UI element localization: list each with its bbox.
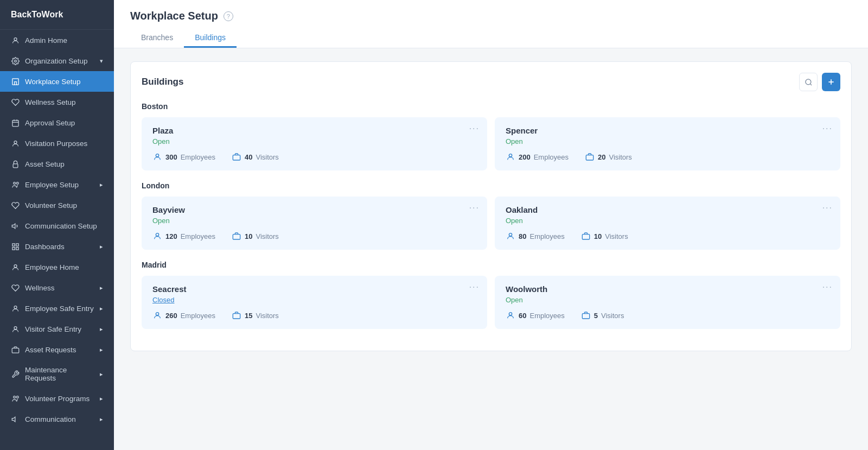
building-menu-dots[interactable]: ··· <box>822 124 833 134</box>
svg-point-29 <box>509 154 512 157</box>
building-stats-woolworth: 60 Employees 5 Visitors <box>506 310 829 320</box>
visitor-count: 20 <box>598 153 605 161</box>
employee-count: 80 <box>519 232 526 240</box>
building-menu-dots[interactable]: ··· <box>822 282 833 292</box>
sidebar-item-approval-setup[interactable]: Approval Setup <box>0 112 114 133</box>
visitor-stat-icon <box>581 310 591 320</box>
employee-label: Employees <box>181 232 215 240</box>
city-section-boston: Boston···PlazaOpen 300 Employees 40 Visi… <box>142 102 840 170</box>
svg-point-27 <box>156 154 158 157</box>
sidebar-item-organization-setup[interactable]: Organization Setup ▾ <box>0 50 114 71</box>
employee-label: Employees <box>181 153 215 161</box>
employee-stat-icon <box>152 310 162 320</box>
sidebar-item-wellness[interactable]: Wellness ▸ <box>0 277 114 298</box>
svg-point-1 <box>14 60 16 62</box>
sidebar-label-workplace-setup: Workplace Setup <box>25 78 81 86</box>
sidebar-item-employee-setup[interactable]: Employee Setup ▸ <box>0 174 114 195</box>
employee-stat: 80 Employees <box>506 231 565 241</box>
sidebar-item-volunteer-setup[interactable]: Volunteer Setup <box>0 195 114 216</box>
visitor-stat-icon <box>232 310 241 320</box>
svg-rect-8 <box>13 163 18 167</box>
employee-stat-icon <box>152 152 162 162</box>
sidebar-item-employee-home[interactable]: Employee Home <box>0 257 114 277</box>
help-icon[interactable]: ? <box>224 11 233 21</box>
sidebar-label-maintenance: Maintenance Requests <box>25 366 94 382</box>
sidebar-label-communication: Communication <box>25 415 76 423</box>
building-name-bayview: Bayview <box>152 205 476 214</box>
building-stats-seacrest: 260 Employees 15 Visitors <box>152 310 476 320</box>
sidebar-label-employee-safe-entry: Employee Safe Entry <box>25 305 94 313</box>
building-menu-dots[interactable]: ··· <box>469 203 480 213</box>
svg-point-18 <box>14 326 17 329</box>
page-header: Workplace Setup ? Branches Buildings <box>114 0 868 48</box>
building-name-seacrest: Seacrest <box>152 284 476 294</box>
sidebar-item-asset-requests[interactable]: Asset Requests ▸ <box>0 339 114 360</box>
sidebar-label-wellness-setup: Wellness Setup <box>25 98 76 106</box>
sidebar-item-asset-setup[interactable]: Asset Setup <box>0 154 114 174</box>
sidebar-item-visitor-safe-entry[interactable]: Visitor Safe Entry ▸ <box>0 319 114 339</box>
sidebar-item-admin-home[interactable]: Admin Home <box>0 30 114 50</box>
wellness-icon <box>11 283 20 292</box>
tab-buildings[interactable]: Buildings <box>184 29 237 48</box>
buildings-grid-madrid: ···SeacrestClosed 260 Employees 15 Visit… <box>142 276 840 329</box>
visitor-icon <box>11 325 20 333</box>
svg-point-31 <box>156 233 158 236</box>
visitor-label: Visitors <box>256 153 278 161</box>
building-status-spencer: Open <box>506 137 829 145</box>
building-card-woolworth: ···WoolworthOpen 60 Employees 5 Visitors <box>495 276 840 329</box>
main-area: Workplace Setup ? Branches Buildings Bui… <box>114 0 868 450</box>
megaphone-icon <box>11 221 20 230</box>
svg-point-21 <box>16 396 18 398</box>
building-card-plaza: ···PlazaOpen 300 Employees 40 Visitors <box>142 117 487 170</box>
search-button[interactable] <box>799 73 818 91</box>
sidebar-item-employee-safe-entry[interactable]: Employee Safe Entry ▸ <box>0 298 114 319</box>
chevron-right-icon4: ▸ <box>100 305 103 312</box>
sidebar-item-wellness-setup[interactable]: Wellness Setup <box>0 92 114 112</box>
employee-stat-icon <box>152 231 162 241</box>
building-name-woolworth: Woolworth <box>506 284 829 294</box>
sidebar-item-dashboards[interactable]: Dashboards ▸ <box>0 236 114 257</box>
sidebar-item-workplace-setup[interactable]: Workplace Setup <box>0 71 114 92</box>
sidebar-label-admin-home: Admin Home <box>25 36 67 45</box>
sidebar-item-communication[interactable]: Communication ▸ <box>0 409 114 429</box>
svg-point-23 <box>805 79 810 84</box>
building-status-seacrest[interactable]: Closed <box>152 296 476 304</box>
visitor-label: Visitors <box>605 232 628 240</box>
city-name-london: London <box>142 181 840 190</box>
employee-stat: 300 Employees <box>152 152 215 162</box>
sidebar-item-communication-setup[interactable]: Communication Setup <box>0 216 114 236</box>
building-menu-dots[interactable]: ··· <box>822 203 833 213</box>
communication-icon <box>11 415 20 423</box>
asset-requests-icon <box>11 345 20 354</box>
building-stats-plaza: 300 Employees 40 Visitors <box>152 152 476 162</box>
svg-rect-36 <box>233 314 240 319</box>
sidebar-item-volunteer-programs[interactable]: Volunteer Programs ▸ <box>0 388 114 409</box>
building-card-seacrest: ···SeacrestClosed 260 Employees 15 Visit… <box>142 276 487 329</box>
maintenance-icon <box>11 370 20 378</box>
sidebar-item-maintenance-requests[interactable]: Maintenance Requests ▸ <box>0 360 114 388</box>
people-icon <box>11 180 20 189</box>
visitor-label: Visitors <box>609 153 631 161</box>
visitor-stat: 15 Visitors <box>232 310 279 320</box>
home-icon <box>11 263 20 271</box>
svg-point-35 <box>156 313 158 315</box>
sidebar-item-visitation-purposes[interactable]: Visitation Purposes <box>0 133 114 154</box>
lock-icon <box>11 160 20 168</box>
add-building-button[interactable] <box>822 73 840 91</box>
svg-rect-34 <box>582 234 589 239</box>
tab-branches[interactable]: Branches <box>130 29 184 48</box>
employee-stat: 260 Employees <box>152 310 215 320</box>
svg-rect-38 <box>582 314 589 319</box>
city-section-madrid: Madrid···SeacrestClosed 260 Employees 15… <box>142 261 840 329</box>
building-status-woolworth: Open <box>506 296 829 304</box>
svg-point-33 <box>509 233 512 236</box>
svg-marker-22 <box>12 417 15 422</box>
building-menu-dots[interactable]: ··· <box>469 124 480 134</box>
employee-stat: 200 Employees <box>506 152 569 162</box>
building-stats-spencer: 200 Employees 20 Visitors <box>506 152 829 162</box>
svg-rect-30 <box>586 155 593 160</box>
chevron-right-icon8: ▸ <box>100 395 103 402</box>
svg-point-7 <box>14 141 17 143</box>
building-status-oakland: Open <box>506 217 829 225</box>
building-menu-dots[interactable]: ··· <box>469 282 480 292</box>
